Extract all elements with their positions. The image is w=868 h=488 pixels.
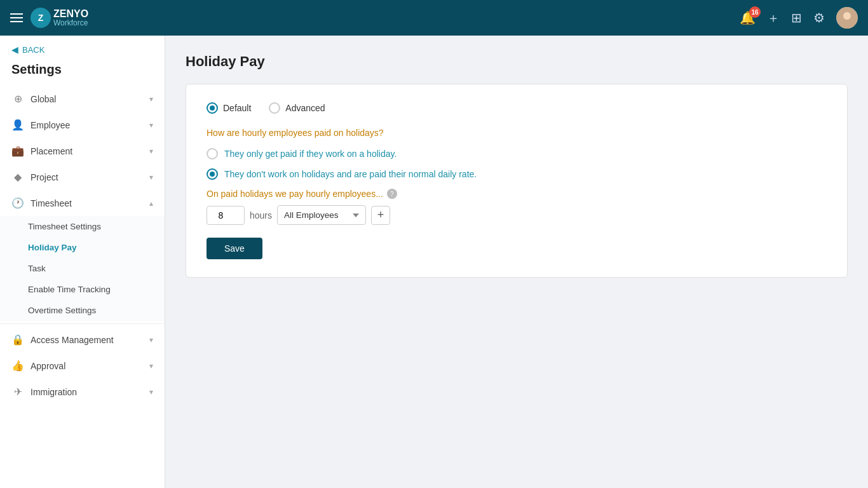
sidebar-item-global[interactable]: ⊕ Global ▾ (0, 86, 165, 112)
sidebar-title: Settings (0, 60, 165, 86)
radio-advanced-circle (269, 102, 280, 114)
holiday-question: How are hourly employees paid on holiday… (207, 128, 827, 138)
chevron-down-icon: ▾ (149, 173, 153, 182)
holiday-pay-card: Default Advanced How are hourly employee… (186, 84, 848, 278)
avatar[interactable] (836, 7, 858, 29)
sidebar-item-timesheet[interactable]: 🕐 Timesheet ▴ (0, 190, 165, 216)
topnav: Z ZENYO Workforce 🔔 16 ＋ ⊞ ⚙ (0, 0, 868, 36)
radio-advanced[interactable]: Advanced (269, 102, 325, 114)
apps-icon[interactable]: ⊞ (791, 10, 802, 25)
hours-label: hours (250, 210, 272, 220)
paid-holidays-row: On paid holidays we pay hourly employees… (207, 189, 827, 225)
topnav-right: 🔔 16 ＋ ⊞ ⚙ (740, 7, 858, 29)
sidebar-item-approval[interactable]: 👍 Approval ▾ (0, 353, 165, 379)
chevron-up-icon: ▴ (149, 199, 153, 208)
logo-main: ZENYO (53, 8, 88, 20)
radio-default-circle (207, 102, 218, 114)
chevron-down-icon: ▾ (149, 95, 153, 104)
timesheet-icon: 🕐 (11, 197, 24, 209)
access-management-icon: 🔒 (11, 334, 24, 346)
radio-advanced-label: Advanced (285, 103, 325, 113)
topnav-left: Z ZENYO Workforce (10, 8, 88, 28)
sidebar-item-placement[interactable]: 💼 Placement ▾ (0, 138, 165, 164)
sidebar: ◀ BACK Settings ⊕ Global ▾ 👤 Employee ▾ (0, 36, 165, 488)
option2-radio (207, 168, 218, 180)
hamburger-menu[interactable] (10, 13, 23, 22)
option2-label: They don't work on holidays and are paid… (224, 169, 477, 179)
divider (0, 323, 165, 324)
sidebar-label-access-management: Access Management (31, 335, 114, 345)
sidebar-subitem-task[interactable]: Task (0, 258, 165, 279)
back-label: BACK (22, 45, 44, 55)
option1-radio (207, 148, 218, 159)
sidebar-subitem-timesheet-settings[interactable]: Timesheet Settings (0, 216, 165, 237)
hours-input[interactable] (207, 206, 245, 225)
mode-radio-group: Default Advanced (207, 102, 827, 114)
option1-label: They only get paid if they work on a hol… (224, 149, 397, 159)
option-row-2[interactable]: They don't work on holidays and are paid… (207, 168, 827, 180)
immigration-icon: ✈ (11, 386, 24, 398)
placement-icon: 💼 (11, 145, 24, 157)
page-title: Holiday Pay (186, 53, 848, 70)
paid-label: On paid holidays we pay hourly employees… (207, 189, 827, 199)
timesheet-submenu: Timesheet Settings Holiday Pay Task Enab… (0, 216, 165, 321)
sidebar-label-placement: Placement (31, 146, 72, 156)
approval-icon: 👍 (11, 360, 24, 372)
sidebar-label-timesheet: Timesheet (31, 198, 72, 208)
main-content: Holiday Pay Default Advanced How are hou… (165, 36, 868, 488)
sidebar-label-immigration: Immigration (31, 387, 77, 397)
main-layout: ◀ BACK Settings ⊕ Global ▾ 👤 Employee ▾ (0, 36, 868, 488)
chevron-down-icon: ▾ (149, 336, 153, 344)
radio-default-label: Default (223, 103, 251, 113)
add-button[interactable]: + (371, 206, 390, 225)
global-icon: ⊕ (11, 93, 24, 105)
back-arrow-icon: ◀ (11, 44, 18, 55)
save-button[interactable]: Save (207, 238, 262, 259)
option-row-1[interactable]: They only get paid if they work on a hol… (207, 148, 827, 159)
radio-default[interactable]: Default (207, 102, 251, 114)
add-icon[interactable]: ＋ (767, 10, 780, 27)
employee-icon: 👤 (11, 119, 24, 131)
employee-filter-dropdown[interactable]: All Employees Full-time Part-time (277, 205, 366, 225)
logo-sub: Workforce (53, 19, 88, 27)
settings-icon[interactable]: ⚙ (813, 10, 825, 25)
sidebar-item-immigration[interactable]: ✈ Immigration ▾ (0, 379, 165, 405)
chevron-down-icon: ▾ (149, 121, 153, 130)
sidebar-label-global: Global (31, 94, 56, 104)
svg-point-1 (843, 12, 851, 20)
paid-label-text: On paid holidays we pay hourly employees… (207, 189, 383, 199)
sidebar-label-employee: Employee (31, 120, 70, 130)
paid-controls: hours All Employees Full-time Part-time … (207, 205, 827, 225)
sidebar-item-access-management[interactable]: 🔒 Access Management ▾ (0, 327, 165, 353)
sidebar-subitem-overtime-settings[interactable]: Overtime Settings (0, 300, 165, 321)
logo: Z ZENYO Workforce (31, 8, 88, 28)
notification-icon[interactable]: 🔔 16 (740, 10, 756, 25)
sidebar-label-approval: Approval (31, 361, 65, 371)
chevron-down-icon: ▾ (149, 362, 153, 370)
sidebar-item-project[interactable]: ◆ Project ▾ (0, 164, 165, 190)
chevron-down-icon: ▾ (149, 147, 153, 156)
logo-text: ZENYO Workforce (53, 8, 88, 28)
project-icon: ◆ (11, 171, 24, 183)
sidebar-item-employee[interactable]: 👤 Employee ▾ (0, 112, 165, 138)
sidebar-subitem-enable-time-tracking[interactable]: Enable Time Tracking (0, 279, 165, 300)
sidebar-subitem-holiday-pay[interactable]: Holiday Pay (0, 237, 165, 258)
sidebar-label-project: Project (31, 172, 58, 182)
notification-badge: 16 (749, 6, 761, 18)
info-icon[interactable]: ? (387, 189, 397, 199)
logo-icon: Z (31, 8, 51, 28)
sidebar-scroll: ⊕ Global ▾ 👤 Employee ▾ 💼 Placement (0, 86, 165, 488)
chevron-down-icon: ▾ (149, 388, 153, 396)
back-button[interactable]: ◀ BACK (0, 36, 165, 60)
